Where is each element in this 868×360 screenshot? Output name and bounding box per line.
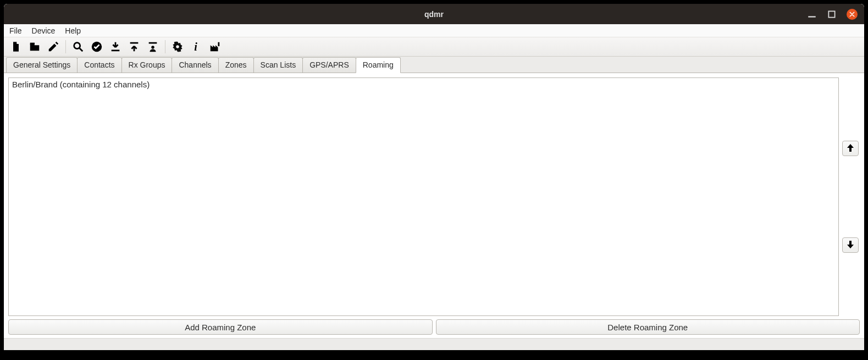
upload-user-icon[interactable] (145, 39, 161, 54)
delete-roaming-zone-button[interactable]: Delete Roaming Zone (436, 319, 860, 335)
tab-scan-lists[interactable]: Scan Lists (253, 57, 303, 73)
menu-file[interactable]: File (9, 26, 22, 35)
svg-text:i: i (194, 41, 197, 53)
download-icon[interactable] (108, 39, 123, 54)
roaming-list-area: Berlin/Brand (containing 12 channels) (8, 77, 860, 316)
app-window: qdmr File Device Help (4, 4, 864, 350)
svg-point-8 (151, 46, 154, 49)
verify-check-icon[interactable] (89, 39, 104, 54)
svg-rect-7 (149, 42, 157, 44)
search-icon[interactable] (70, 39, 86, 54)
menu-device[interactable]: Device (32, 26, 56, 35)
tab-contacts[interactable]: Contacts (77, 57, 121, 73)
titlebar: qdmr (4, 4, 864, 24)
roaming-zone-list[interactable]: Berlin/Brand (containing 12 channels) (8, 77, 839, 316)
move-up-button[interactable] (842, 141, 859, 156)
menubar: File Device Help (4, 24, 864, 37)
add-roaming-zone-button[interactable]: Add Roaming Zone (8, 319, 433, 335)
tab-channels[interactable]: Channels (172, 57, 218, 73)
new-file-icon[interactable] (8, 39, 24, 54)
roaming-panel: Berlin/Brand (containing 12 channels) Ad… (4, 73, 864, 338)
open-folder-icon[interactable] (27, 39, 42, 54)
factory-icon[interactable] (207, 39, 223, 54)
tab-rx-groups[interactable]: Rx Groups (121, 57, 173, 73)
roaming-action-buttons: Add Roaming Zone Delete Roaming Zone (8, 319, 860, 335)
svg-point-3 (74, 43, 80, 49)
toolbar-separator (65, 40, 66, 53)
arrow-down-icon (847, 240, 854, 251)
edit-pencil-icon[interactable] (46, 39, 61, 54)
svg-point-10 (176, 45, 179, 48)
tab-roaming[interactable]: Roaming (356, 57, 401, 73)
toolbar: i (4, 37, 864, 57)
window-title: qdmr (4, 10, 864, 19)
menu-help[interactable]: Help (65, 26, 81, 35)
tab-zones[interactable]: Zones (218, 57, 254, 73)
upload-icon[interactable] (126, 39, 142, 54)
svg-rect-2 (30, 43, 35, 45)
svg-rect-6 (130, 42, 139, 44)
svg-rect-5 (112, 50, 120, 52)
move-down-button[interactable] (842, 237, 859, 253)
arrow-up-icon (847, 143, 854, 154)
statusbar (4, 338, 864, 350)
toolbar-separator (165, 40, 165, 53)
reorder-controls (842, 77, 860, 316)
svg-rect-12 (218, 42, 220, 46)
settings-gear-icon[interactable] (170, 39, 185, 54)
list-item[interactable]: Berlin/Brand (containing 12 channels) (11, 79, 836, 90)
info-icon[interactable]: i (189, 39, 204, 54)
tab-gps-aprs[interactable]: GPS/APRS (302, 57, 356, 73)
tabbar: General Settings Contacts Rx Groups Chan… (4, 57, 864, 73)
tab-general-settings[interactable]: General Settings (6, 57, 78, 73)
